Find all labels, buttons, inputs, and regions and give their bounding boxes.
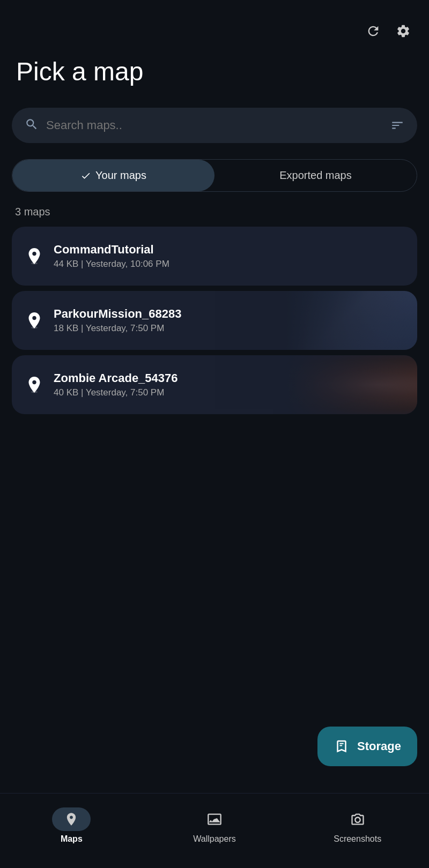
nav-item-wallpapers[interactable]: Wallpapers	[143, 807, 286, 844]
svg-rect-4	[339, 745, 342, 746]
nav-icon-screenshots	[338, 807, 377, 831]
location-icon	[25, 375, 44, 394]
map-name: Zombie Arcade_54376	[54, 371, 178, 385]
settings-button[interactable]	[394, 21, 413, 41]
map-info-zombie: Zombie Arcade_54376 40 KB | Yesterday, 7…	[54, 371, 178, 398]
wallpapers-icon	[207, 812, 222, 827]
search-input[interactable]	[46, 118, 383, 132]
map-meta: 18 KB | Yesterday, 7:50 PM	[54, 323, 181, 334]
tab-toggle: Your maps Exported maps	[12, 159, 417, 192]
svg-point-0	[31, 263, 38, 265]
nav-icon-maps	[52, 807, 91, 831]
nav-label-screenshots: Screenshots	[334, 834, 381, 844]
location-icon	[25, 246, 44, 266]
filter-icon[interactable]	[390, 118, 404, 132]
nav-label-maps: Maps	[61, 834, 83, 844]
location-icon	[25, 311, 44, 330]
map-item-command-tutorial[interactable]: CommandTutorial 44 KB | Yesterday, 10:06…	[12, 227, 417, 286]
svg-point-1	[31, 327, 38, 329]
svg-point-2	[31, 391, 38, 393]
map-meta: 40 KB | Yesterday, 7:50 PM	[54, 387, 178, 398]
map-info-command-tutorial: CommandTutorial 44 KB | Yesterday, 10:06…	[54, 243, 169, 270]
map-item-parkour-mission[interactable]: ParkourMission_68283 18 KB | Yesterday, …	[12, 291, 417, 350]
map-info-parkour: ParkourMission_68283 18 KB | Yesterday, …	[54, 307, 181, 334]
search-bar	[12, 108, 417, 143]
map-meta: 44 KB | Yesterday, 10:06 PM	[54, 259, 169, 270]
nav-icon-wallpapers	[195, 807, 234, 831]
screenshots-icon	[350, 812, 365, 827]
map-list: CommandTutorial 44 KB | Yesterday, 10:06…	[0, 227, 429, 414]
nav-item-maps[interactable]: Maps	[0, 807, 143, 844]
maps-count: 3 maps	[0, 203, 429, 227]
nav-item-screenshots[interactable]: Screenshots	[286, 807, 429, 844]
header	[0, 0, 429, 46]
refresh-button[interactable]	[364, 21, 383, 41]
page-title: Pick a map	[0, 46, 429, 108]
search-icon	[25, 117, 39, 133]
map-name: CommandTutorial	[54, 243, 169, 257]
map-item-zombie-arcade[interactable]: Zombie Arcade_54376 40 KB | Yesterday, 7…	[12, 355, 417, 414]
tab-your-maps-label: Your maps	[95, 169, 146, 182]
map-name: ParkourMission_68283	[54, 307, 181, 321]
bottom-nav: Maps Wallpapers Screenshots	[0, 793, 429, 868]
storage-button[interactable]: Storage	[317, 727, 417, 766]
tab-exported-maps-label: Exported maps	[279, 169, 352, 182]
storage-icon	[334, 738, 350, 754]
tab-your-maps[interactable]: Your maps	[12, 160, 214, 191]
maps-icon	[64, 812, 79, 827]
svg-rect-3	[339, 743, 344, 744]
nav-label-wallpapers: Wallpapers	[193, 834, 235, 844]
tab-exported-maps[interactable]: Exported maps	[214, 160, 417, 191]
storage-button-label: Storage	[357, 739, 401, 753]
